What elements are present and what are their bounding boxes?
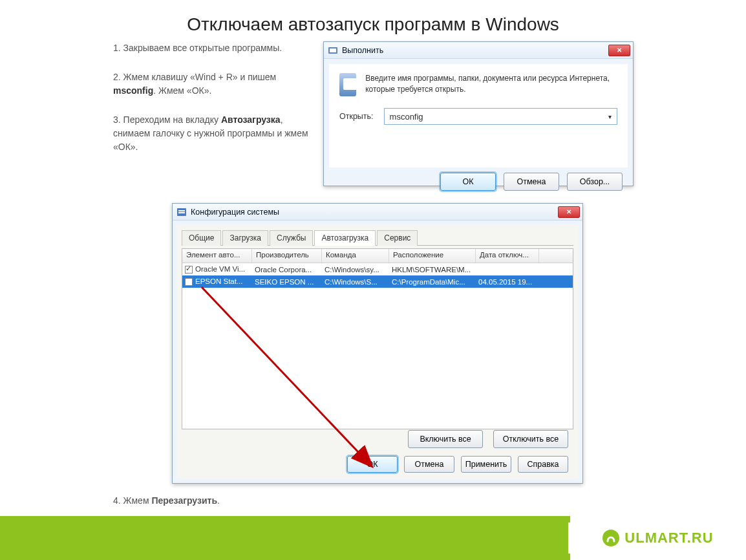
cancel-button[interactable]: Отмена bbox=[504, 173, 559, 191]
header-command[interactable]: Команда bbox=[322, 249, 389, 263]
tab-загрузка[interactable]: Загрузка bbox=[222, 230, 268, 246]
startup-listbox[interactable]: Элемент авто... Производитель Команда Ра… bbox=[182, 248, 573, 429]
step-3: 3. Переходим на вкладку Автозагрузка, сн… bbox=[113, 113, 310, 154]
list-item[interactable]: Oracle VM Vi...Oracle Corpora...C:\Windo… bbox=[182, 263, 573, 275]
footer-brand-box: ULMART.RU bbox=[570, 516, 746, 560]
cancel-button[interactable]: Отмена bbox=[404, 456, 454, 473]
run-app-icon bbox=[339, 73, 356, 96]
run-window-icon bbox=[328, 45, 338, 56]
list-item[interactable]: EPSON Stat...SEIKO EPSON ...C:\Windows\S… bbox=[182, 275, 573, 288]
open-label: Открыть: bbox=[339, 112, 374, 121]
svg-rect-1 bbox=[330, 48, 336, 52]
run-dialog: Выполнить ✕ Введите имя программы, папки… bbox=[323, 41, 634, 186]
tab-автозагрузка[interactable]: Автозагрузка bbox=[314, 230, 376, 246]
run-description: Введите имя программы, папки, документа … bbox=[365, 73, 617, 95]
run-titlebar[interactable]: Выполнить ✕ bbox=[324, 42, 633, 59]
run-title: Выполнить bbox=[342, 46, 608, 55]
header-manufacturer[interactable]: Производитель bbox=[252, 249, 322, 263]
tab-bar: ОбщиеЗагрузкаСлужбыАвтозагрузкаСервис bbox=[182, 230, 573, 246]
step-4: 4. Жмем Перезагрузить. bbox=[113, 495, 220, 506]
row-checkbox[interactable] bbox=[185, 266, 193, 274]
header-location[interactable]: Расположение bbox=[389, 249, 476, 263]
msconfig-titlebar[interactable]: Конфигурация системы ✕ bbox=[173, 204, 582, 221]
msconfig-title: Конфигурация системы bbox=[191, 208, 558, 217]
header-element[interactable]: Элемент авто... bbox=[182, 249, 252, 263]
msconfig-window-icon bbox=[176, 207, 187, 217]
step-1: 1. Закрываем все открытые программы. bbox=[113, 41, 310, 55]
brand-logo-icon bbox=[602, 530, 619, 546]
browse-button[interactable]: Обзор... bbox=[567, 173, 623, 191]
msconfig-window: Конфигурация системы ✕ ОбщиеЗагрузкаСлуж… bbox=[172, 203, 583, 484]
tab-сервис[interactable]: Сервис bbox=[377, 230, 418, 246]
disable-all-button[interactable]: Отключить все bbox=[493, 430, 568, 448]
svg-rect-3 bbox=[178, 210, 185, 211]
ok-button[interactable]: ОК bbox=[347, 456, 398, 473]
close-icon[interactable]: ✕ bbox=[558, 206, 580, 218]
close-icon[interactable]: ✕ bbox=[608, 45, 630, 56]
row-checkbox[interactable] bbox=[185, 278, 193, 286]
apply-button[interactable]: Применить bbox=[461, 456, 511, 473]
svg-rect-4 bbox=[178, 212, 185, 213]
instruction-steps: 1. Закрываем все открытые программы. 2. … bbox=[113, 41, 310, 169]
step-2: 2. Жмем клавишу «Wind + R» и пишем mscon… bbox=[113, 70, 310, 98]
header-date[interactable]: Дата отключ... bbox=[476, 249, 539, 263]
enable-all-button[interactable]: Включить все bbox=[408, 430, 483, 448]
help-button[interactable]: Справка bbox=[518, 456, 568, 473]
brand-text: ULMART.RU bbox=[624, 530, 713, 546]
open-combobox[interactable]: msconfig bbox=[384, 108, 617, 125]
page-title: Отключаем автозапуск программ в Windows bbox=[0, 0, 746, 41]
footer-bar: ULMART.RU bbox=[0, 516, 746, 560]
tab-общие[interactable]: Общие bbox=[182, 230, 221, 246]
list-header[interactable]: Элемент авто... Производитель Команда Ра… bbox=[182, 249, 573, 263]
tab-службы[interactable]: Службы bbox=[270, 230, 313, 246]
ok-button[interactable]: ОК bbox=[440, 173, 496, 191]
